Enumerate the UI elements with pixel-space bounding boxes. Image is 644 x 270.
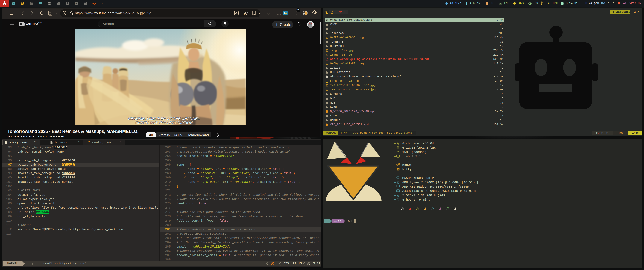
svg-text:BECOME A MEMBER OF THE CHANNEL: BECOME A MEMBER OF THE CHANNEL xyxy=(128,117,200,121)
svg-text:CHECK OUT THE DESCRIPTION: CHECK OUT THE DESCRIPTION xyxy=(135,121,193,125)
